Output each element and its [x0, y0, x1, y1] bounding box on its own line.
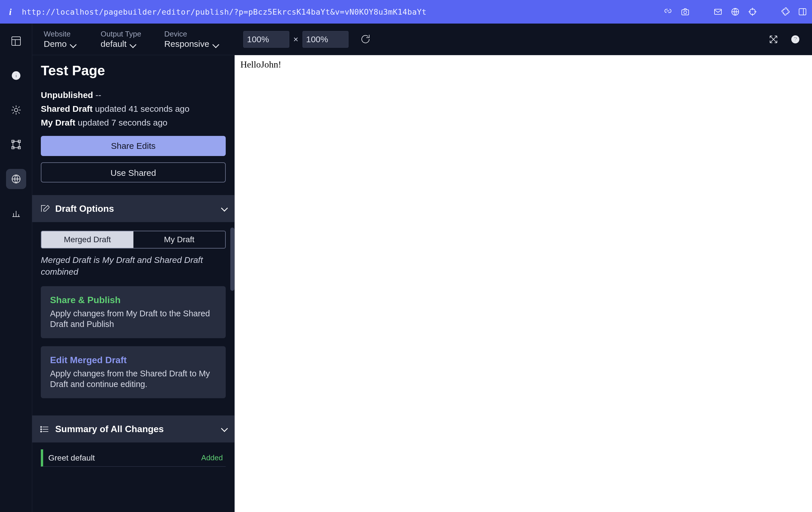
rail-layout-button[interactable] — [6, 31, 26, 51]
share-publish-title: Share & Publish — [50, 295, 216, 305]
svg-text:?: ? — [793, 36, 797, 43]
change-row[interactable]: Greet default Added — [41, 449, 226, 466]
expand-icon[interactable] — [768, 34, 779, 44]
device-dropdown[interactable]: Device Responsive — [164, 30, 220, 49]
bounding-box-icon — [10, 139, 22, 151]
puzzle-icon[interactable] — [780, 7, 790, 17]
website-value: Demo — [44, 39, 67, 49]
use-shared-button[interactable]: Use Shared — [41, 162, 226, 182]
browser-url-bar: i http://localhost/pagebuilder/editor/pu… — [0, 0, 812, 24]
left-icon-rail: i — [0, 24, 32, 512]
device-value: Responsive — [164, 39, 209, 49]
rail-info-button[interactable]: i — [6, 65, 26, 86]
share-publish-body: Apply changes from My Draft to the Share… — [50, 308, 216, 330]
edit-merged-body: Apply changes from the Shared Draft to M… — [50, 368, 216, 390]
merged-draft-note: Merged Draft is My Draft and Shared Draf… — [32, 254, 234, 282]
draft-options-label: Draft Options — [55, 204, 114, 214]
svg-point-9 — [14, 108, 18, 112]
rail-publish-button[interactable] — [6, 169, 26, 189]
share-publish-card[interactable]: Share & Publish Apply changes from My Dr… — [41, 286, 226, 338]
svg-rect-5 — [799, 9, 806, 15]
chevron-down-icon — [130, 40, 138, 48]
crosshair-icon[interactable] — [748, 7, 757, 17]
columns: Test Page Unpublished -- Shared Draft up… — [32, 55, 812, 512]
edit-merged-title: Edit Merged Draft — [50, 355, 216, 365]
svg-rect-0 — [682, 10, 689, 15]
svg-rect-6 — [12, 37, 21, 46]
page-title: Test Page — [41, 63, 226, 79]
refresh-icon — [360, 34, 370, 44]
toolbar-right: ? — [768, 34, 801, 44]
edit-icon — [40, 204, 50, 213]
sidepanel-scrollbar[interactable] — [230, 228, 234, 291]
app-shell: i Website Demo Output Type — [0, 24, 812, 512]
svg-rect-2 — [715, 9, 721, 14]
output-type-label: Output Type — [100, 30, 141, 38]
chevron-down-icon — [222, 204, 227, 214]
preview-text: HelloJohn! — [240, 59, 281, 69]
link-icon[interactable] — [663, 7, 673, 17]
svg-point-20 — [40, 431, 42, 432]
help-icon[interactable]: ? — [790, 34, 801, 44]
website-label: Website — [44, 30, 78, 38]
camera-icon[interactable] — [680, 7, 690, 17]
rail-analytics-button[interactable] — [6, 204, 26, 223]
draft-options-section[interactable]: Draft Options — [32, 195, 234, 222]
urlbar-icon-row — [663, 7, 807, 17]
viewport-separator: × — [293, 34, 298, 44]
svg-point-19 — [40, 429, 42, 430]
globe-outline-icon — [10, 173, 22, 185]
viewport-width-input[interactable] — [243, 31, 289, 48]
device-label: Device — [164, 30, 220, 38]
page-preview: HelloJohn! — [235, 55, 812, 512]
chevron-down-icon — [71, 40, 78, 48]
info-icon: i — [10, 69, 22, 82]
share-edits-button[interactable]: Share Edits — [41, 136, 226, 156]
status-shared-draft: Shared Draft updated 41 seconds ago — [41, 102, 226, 116]
edit-merged-card[interactable]: Edit Merged Draft Apply changes from the… — [41, 346, 226, 398]
draft-view-segmented: Merged Draft My Draft — [41, 231, 226, 248]
viewport-height-input[interactable] — [302, 31, 348, 48]
bar-chart-icon — [10, 207, 22, 219]
panel-icon[interactable] — [798, 7, 807, 17]
seg-merged-draft[interactable]: Merged Draft — [41, 231, 134, 248]
layout-icon — [10, 35, 22, 47]
chevron-down-icon — [222, 424, 227, 434]
summary-label: Summary of All Changes — [55, 424, 164, 434]
output-type-value: default — [100, 39, 126, 49]
refresh-button[interactable] — [360, 34, 370, 45]
status-my-draft: My Draft updated 7 seconds ago — [41, 116, 226, 129]
globe-icon[interactable] — [730, 7, 740, 17]
rail-settings-button[interactable] — [6, 100, 26, 120]
seg-my-draft[interactable]: My Draft — [134, 231, 226, 248]
page-info-icon[interactable]: i — [5, 7, 16, 17]
url-text[interactable]: http://localhost/pagebuilder/editor/publ… — [22, 7, 657, 17]
change-status: Added — [201, 453, 223, 462]
svg-text:i: i — [15, 72, 17, 79]
viewport-size: × — [243, 31, 370, 48]
summary-section[interactable]: Summary of All Changes — [32, 416, 234, 443]
status-unpublished: Unpublished -- — [41, 88, 226, 102]
mail-icon[interactable] — [713, 7, 723, 17]
publish-sidepanel: Test Page Unpublished -- Shared Draft up… — [32, 55, 235, 512]
chevron-down-icon — [213, 40, 220, 48]
output-type-dropdown[interactable]: Output Type default — [100, 30, 141, 49]
website-dropdown[interactable]: Website Demo — [44, 30, 78, 49]
svg-point-1 — [684, 11, 687, 14]
workbench: Website Demo Output Type default Device … — [32, 24, 812, 512]
change-label: Greet default — [48, 453, 95, 462]
gear-icon — [10, 104, 22, 116]
svg-point-18 — [40, 426, 42, 427]
list-icon — [40, 424, 50, 434]
rail-structure-button[interactable] — [6, 134, 26, 155]
top-toolbar: Website Demo Output Type default Device … — [32, 24, 812, 55]
